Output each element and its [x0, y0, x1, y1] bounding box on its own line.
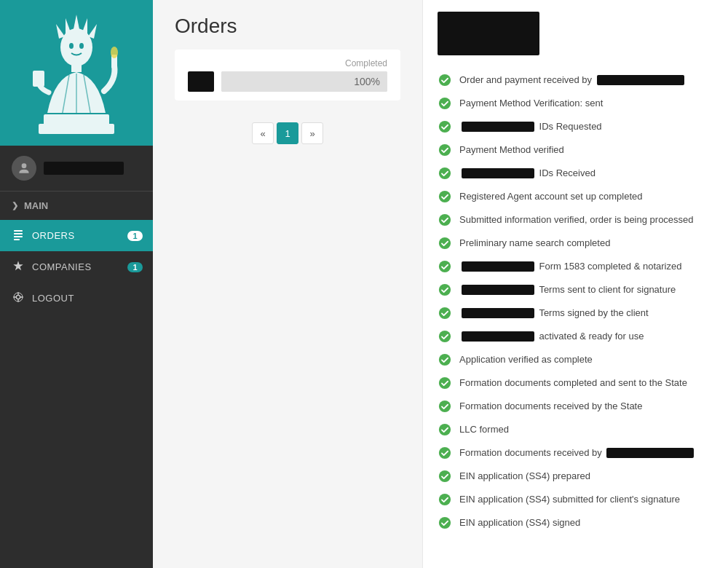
pagination: « 1 » [153, 108, 422, 159]
checklist-item-10: Terms sent to client for signature [438, 278, 713, 301]
sidebar-logo [0, 0, 153, 146]
checklist-text-16: LLC formed [459, 423, 509, 436]
svg-point-43 [439, 517, 451, 529]
checklist-item-19: EIN application (SS4) submitted for clie… [438, 488, 713, 511]
svg-point-38 [439, 401, 451, 412]
sidebar-item-orders[interactable]: ORDERS 1 [0, 220, 153, 251]
checklist-item-11: Terms signed by the client [438, 301, 713, 325]
svg-rect-16 [39, 124, 114, 134]
checklist-text-20: EIN application (SS4) signed [459, 516, 580, 529]
companies-badge: 1 [127, 262, 143, 272]
sidebar-user [0, 146, 153, 192]
svg-point-24 [439, 74, 451, 86]
svg-point-37 [439, 377, 451, 389]
check-icon-20 [438, 516, 452, 530]
svg-point-27 [439, 144, 451, 156]
sidebar-main-section[interactable]: ❯ MAIN [0, 192, 153, 220]
svg-rect-8 [71, 63, 82, 72]
check-icon-13 [438, 352, 452, 367]
checklist-item-6: Registered Agent account set up complete… [438, 185, 713, 208]
svg-rect-14 [33, 71, 44, 87]
orders-icon [12, 229, 25, 242]
logout-label: LOGOUT [32, 293, 74, 304]
pagination-current[interactable]: 1 [277, 122, 298, 144]
progress-black-block [188, 71, 214, 92]
check-icon-5 [438, 166, 452, 181]
svg-point-29 [439, 191, 451, 202]
check-icon-15 [438, 399, 452, 414]
checklist-text-3: IDs Requested [459, 120, 602, 133]
check-icon-2 [438, 96, 452, 111]
progress-bar-outer: 100% [221, 71, 387, 92]
progress-bar-row: 100% [188, 71, 387, 92]
page-header: Orders Completed 100% [153, 0, 422, 108]
redacted-1 [597, 75, 684, 85]
checklist-item-2: Payment Method Verification: sent [438, 92, 713, 115]
pagination-next[interactable]: » [301, 122, 323, 144]
svg-point-31 [439, 237, 451, 249]
svg-point-35 [439, 331, 451, 342]
checklist-item-16: LLC formed [438, 418, 713, 441]
checklist-text-10: Terms sent to client for signature [459, 283, 676, 296]
avatar [12, 156, 36, 181]
checklist-item-5: IDs Received [438, 162, 713, 185]
sidebar-item-logout[interactable]: LOGOUT [0, 283, 153, 314]
checklist-text-7: Submitted information verified, order is… [459, 213, 694, 226]
checklist-text-2: Payment Method Verification: sent [459, 97, 603, 110]
svg-point-40 [439, 447, 451, 459]
check-icon-16 [438, 422, 452, 437]
progress-percent: 100% [354, 76, 380, 87]
check-icon-12 [438, 329, 452, 344]
main-content: Orders Completed 100% « 1 » [153, 0, 422, 568]
check-icon-18 [438, 469, 452, 484]
progress-label-row: Completed [188, 58, 387, 68]
check-icon-17 [438, 446, 452, 460]
check-icon-7 [438, 213, 452, 227]
checklist-text-4: Payment Method verified [459, 143, 564, 157]
check-icon-1 [438, 73, 452, 87]
checklist-text-12: activated & ready for use [459, 330, 644, 343]
redacted-10 [462, 285, 534, 295]
check-icon-10 [438, 283, 452, 297]
checklist-item-15: Formation documents received by the Stat… [438, 395, 713, 418]
right-header-redacted [438, 12, 539, 55]
checklist-item-8: Preliminary name search completed [438, 232, 713, 255]
companies-label: COMPANIES [32, 261, 92, 272]
svg-point-6 [69, 43, 74, 49]
svg-rect-19 [14, 233, 23, 234]
svg-rect-21 [14, 239, 20, 240]
svg-point-34 [439, 307, 451, 319]
checklist-text-6: Registered Agent account set up complete… [459, 190, 643, 203]
svg-point-33 [439, 284, 451, 296]
orders-badge: 1 [127, 231, 143, 241]
checklist-item-20: EIN application (SS4) signed [438, 511, 713, 535]
user-name-redacted [44, 162, 124, 175]
check-icon-14 [438, 376, 452, 390]
svg-point-42 [439, 494, 451, 505]
svg-rect-18 [14, 230, 23, 232]
checklist-item-4: Payment Method verified [438, 138, 713, 162]
right-panel: Order and payment received by Payment Me… [422, 0, 728, 568]
checklist-item-1: Order and payment received by [438, 68, 713, 92]
checklist-text-14: Formation documents completed and sent t… [459, 376, 687, 390]
sidebar-item-companies[interactable]: COMPANIES 1 [0, 251, 153, 283]
checklist-item-14: Formation documents completed and sent t… [438, 371, 713, 395]
svg-point-39 [439, 424, 451, 435]
svg-point-13 [111, 47, 118, 58]
svg-point-36 [439, 354, 451, 366]
checklist-item-7: Submitted information verified, order is… [438, 208, 713, 232]
check-icon-9 [438, 259, 452, 274]
svg-point-22 [16, 295, 20, 299]
check-icon-8 [438, 236, 452, 251]
checklist-text-18: EIN application (SS4) prepared [459, 470, 590, 483]
svg-point-17 [22, 163, 27, 168]
checklist-text-13: Application verified as complete [459, 353, 593, 366]
checklist-text-5: IDs Received [459, 167, 596, 180]
redacted-3 [462, 122, 534, 132]
checklist-item-12: activated & ready for use [438, 325, 713, 348]
logout-icon [12, 291, 25, 305]
svg-point-28 [439, 167, 451, 179]
check-icon-3 [438, 119, 452, 134]
svg-point-32 [439, 261, 451, 272]
pagination-prev[interactable]: « [252, 122, 274, 144]
